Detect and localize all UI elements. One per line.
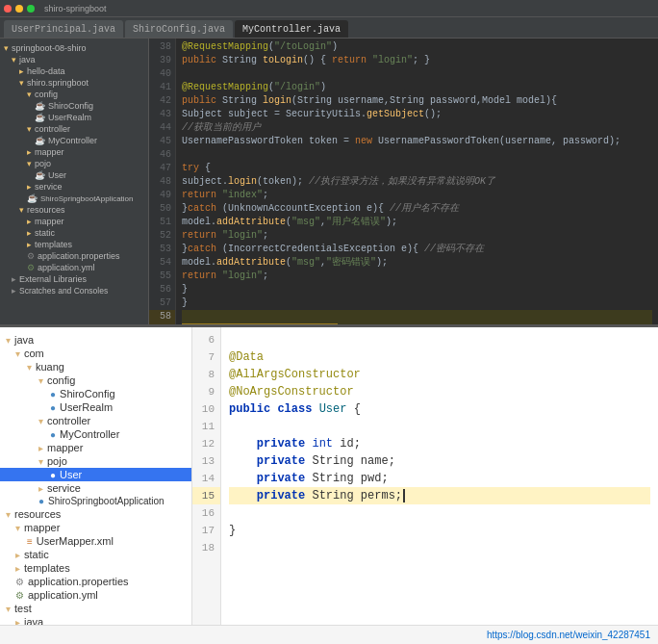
tree-mapper[interactable]: ▸ mapper xyxy=(0,146,148,158)
folder-icon: ▸ xyxy=(38,443,43,453)
folder-label: mapper xyxy=(35,217,64,226)
tree-mycontroller-file[interactable]: ☕ MyController xyxy=(0,135,148,146)
ln-53: 53 xyxy=(149,243,175,256)
tree-app-file[interactable]: ☕ ShiroSpringbootApplication xyxy=(0,193,148,204)
code-line-41: @RequestMapping("/login") xyxy=(182,81,652,94)
tree-project-root[interactable]: ▾ springboot-08-shiro xyxy=(0,42,148,54)
ft-controller[interactable]: ▾ controller xyxy=(0,414,191,427)
ide-project-tree[interactable]: ▾ springboot-08-shiro ▾ java ▸ hello-dat… xyxy=(0,39,149,324)
code-line-57: } xyxy=(182,296,652,310)
folder-icon: ▸ xyxy=(27,240,32,249)
folder-icon: ▾ xyxy=(12,55,16,64)
code-line-46 xyxy=(182,148,652,162)
ft-templates[interactable]: ▸ templates xyxy=(0,561,191,575)
bln-18: 18 xyxy=(192,539,220,556)
tree-scratches[interactable]: ▸ Scratches and Consoles xyxy=(0,285,148,296)
tree-extlibs[interactable]: ▸ External Libraries xyxy=(0,273,148,285)
ft-kuang[interactable]: ▾ kuang xyxy=(0,360,191,374)
ln-40: 40 xyxy=(149,67,175,81)
ft-test-java[interactable]: ▸ java xyxy=(0,615,191,625)
top-ide-panel: shiro-springboot UserPrincipal.java Shir… xyxy=(0,0,658,327)
ln-52: 52 xyxy=(149,229,175,243)
tree-userrealm-file[interactable]: ☕ UserRealm xyxy=(0,112,148,123)
ft-user[interactable]: ● User xyxy=(0,468,191,481)
folder-icon: ▸ xyxy=(19,66,24,76)
java-icon: ● xyxy=(50,429,56,440)
ft-userrealm[interactable]: ● UserRealm xyxy=(0,400,191,414)
tree-java[interactable]: ▾ java xyxy=(0,54,148,65)
bottom-file-tree[interactable]: ▾ java ▾ com ▾ kuang ▾ config ● ShiroC xyxy=(0,327,192,625)
ft-shirospringboot[interactable]: ● ShiroSpringbootApplication xyxy=(0,495,191,507)
tab-shiroconfig[interactable]: ShiroConfig.java xyxy=(125,20,233,38)
folder-icon: ▾ xyxy=(27,362,32,373)
xml-icon: ≡ xyxy=(27,536,33,547)
tree-pojo[interactable]: ▾ pojo xyxy=(0,158,148,169)
ln-43: 43 xyxy=(149,108,175,121)
bottom-code-content[interactable]: @Data @AllArgsConstructor @NoArgsConstru… xyxy=(221,327,658,625)
ft-appprops[interactable]: ⚙ application.properties xyxy=(0,575,191,588)
tree-shiro[interactable]: ▾ shiro.springboot xyxy=(0,77,148,89)
code-line-44: //获取当前的用户 xyxy=(182,121,652,135)
ft-config[interactable]: ▾ config xyxy=(0,374,191,387)
code-line-39: public String toLogin() { return "login"… xyxy=(182,54,652,67)
ft-mycontroller[interactable]: ● MyController xyxy=(0,427,191,441)
tab-mycontroller[interactable]: MyController.java xyxy=(235,20,348,38)
bcode-15: private String perms; xyxy=(229,487,650,504)
folder-icon: ▾ xyxy=(6,509,11,520)
file-label: application.properties xyxy=(38,251,120,261)
tree-controller[interactable]: ▾ controller xyxy=(0,123,148,135)
tree-appyml[interactable]: ⚙ application.yml xyxy=(0,262,148,273)
java-icon: ☕ xyxy=(35,101,45,111)
ft-mapper-folder[interactable]: ▸ mapper xyxy=(0,441,191,454)
ft-res-mapper[interactable]: ▾ mapper xyxy=(0,521,191,534)
ft-shiroconfig[interactable]: ● ShiroConfig xyxy=(0,387,191,400)
ft-label: controller xyxy=(47,415,90,426)
tree-res-mapper[interactable]: ▸ mapper xyxy=(0,216,148,227)
close-btn[interactable] xyxy=(4,5,12,13)
tree-config[interactable]: ▾ config xyxy=(0,89,148,100)
code-content-area[interactable]: @RequestMapping("/toLogin") public Strin… xyxy=(176,39,658,324)
folder-icon: ▸ xyxy=(12,286,16,296)
tree-shiroconfig-file[interactable]: ☕ ShiroConfig xyxy=(0,100,148,112)
tree-hello[interactable]: ▸ hello-data xyxy=(0,65,148,77)
ft-java[interactable]: ▾ java xyxy=(0,333,191,347)
ide-tabs: UserPrincipal.java ShiroConfig.java MyCo… xyxy=(0,17,658,39)
ln-48: 48 xyxy=(149,175,175,189)
minimize-btn[interactable] xyxy=(15,5,23,13)
ft-static[interactable]: ▸ static xyxy=(0,548,191,561)
tree-user-file[interactable]: ☕ User xyxy=(0,169,148,181)
ft-label: java xyxy=(14,334,34,346)
tree-static[interactable]: ▸ static xyxy=(0,227,148,239)
tree-templates[interactable]: ▸ templates xyxy=(0,239,148,250)
ft-label: mapper xyxy=(24,522,60,533)
bln-17: 17 xyxy=(192,522,220,539)
code-line-40 xyxy=(182,67,652,81)
ft-service[interactable]: ▸ service xyxy=(0,481,191,495)
ft-usermapper-xml[interactable]: ≡ UserMapper.xml xyxy=(0,534,191,548)
props-icon: ⚙ xyxy=(27,251,35,261)
tree-resources[interactable]: ▾ resources xyxy=(0,204,148,216)
bln-11: 11 xyxy=(192,418,220,435)
tab-userprincipal[interactable]: UserPrincipal.java xyxy=(4,20,123,38)
tree-appprops[interactable]: ⚙ application.properties xyxy=(0,250,148,262)
ft-appyml[interactable]: ⚙ application.yml xyxy=(0,588,191,602)
ln-54: 54 xyxy=(149,256,175,270)
ide-code-editor[interactable]: 38 39 40 41 42 43 44 45 46 47 48 49 50 5… xyxy=(149,39,658,324)
ft-com[interactable]: ▾ com xyxy=(0,347,191,360)
folder-icon: ▸ xyxy=(27,147,32,157)
maximize-btn[interactable] xyxy=(27,5,35,13)
folder-label: mapper xyxy=(35,147,64,157)
ln-57: 57 xyxy=(149,296,175,310)
file-label: ShiroConfig xyxy=(48,101,93,111)
folder-label: resources xyxy=(27,205,65,215)
props-icon: ⚙ xyxy=(15,577,24,587)
code-line-52: return "login"; xyxy=(182,229,652,243)
ft-pojo[interactable]: ▾ pojo xyxy=(0,454,191,468)
file-label: UserRealm xyxy=(48,113,91,122)
ft-test[interactable]: ▾ test xyxy=(0,602,191,615)
bcode-12: private int id; xyxy=(229,435,650,452)
tree-service[interactable]: ▸ service xyxy=(0,181,148,193)
bottom-code-editor[interactable]: 6 7 8 9 10 11 12 13 14 15 16 17 18 @Data xyxy=(192,327,658,625)
file-label: User xyxy=(48,170,66,180)
ft-resources[interactable]: ▾ resources xyxy=(0,507,191,521)
